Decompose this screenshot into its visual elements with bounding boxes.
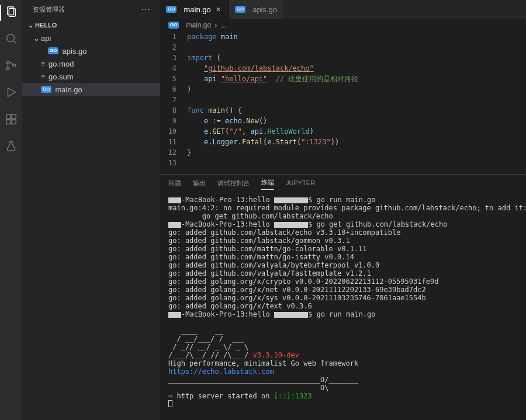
sidebar: 资源管理器 ··· ⌄ HELLO ⌄ api GO apis.go ≡ go.… [22, 0, 160, 420]
main-area: GO main.go × GO apis.go GO main.go › ...… [160, 0, 526, 420]
bottom-panel: 问题 输出 调试控制台 终端 JUPYTER -MacBook-Pro-13:h… [160, 174, 526, 420]
go-file-icon: GO [48, 47, 58, 54]
file-icon: ≡ [41, 60, 45, 68]
project-name: HELLO [35, 22, 57, 29]
svg-rect-0 [8, 7, 14, 15]
svg-rect-10 [12, 120, 16, 124]
file-label: go.mod [49, 60, 74, 68]
tab-main-go[interactable]: GO main.go × [160, 0, 229, 19]
redacted-block [274, 222, 308, 228]
redacted-block [274, 197, 308, 203]
go-file-icon: GO [41, 86, 51, 93]
svg-marker-7 [8, 88, 16, 97]
extensions-icon[interactable] [4, 112, 18, 126]
svg-point-6 [13, 64, 16, 67]
source-control-icon[interactable] [4, 58, 18, 72]
svg-rect-8 [6, 114, 11, 119]
line-gutter: 1 2 3 4 5 6 7 8 9 10 11 12 13 [160, 32, 187, 168]
search-icon[interactable] [4, 32, 18, 46]
svg-point-4 [6, 61, 9, 64]
go-file-icon: GO [235, 6, 245, 13]
svg-rect-11 [12, 114, 16, 119]
breadcrumb[interactable]: GO main.go › ... [160, 19, 526, 32]
tree-file-gomod[interactable]: ≡ go.mod [22, 57, 160, 70]
go-file-icon: GO [168, 22, 179, 29]
more-icon[interactable]: ··· [141, 4, 151, 15]
run-debug-icon[interactable] [4, 85, 18, 99]
go-file-icon: GO [166, 6, 177, 13]
redacted-block [168, 312, 181, 318]
tree-file-gosum[interactable]: ≡ go.sum [22, 70, 160, 83]
file-label: main.go [55, 85, 82, 94]
file-icon: ≡ [41, 72, 45, 81]
tab-apis-go[interactable]: GO apis.go [229, 0, 283, 19]
file-label: go.sum [49, 72, 74, 81]
tree-folder-api[interactable]: ⌄ api [22, 32, 160, 44]
code-editor[interactable]: 1 2 3 4 5 6 7 8 9 10 11 12 13 package ma… [160, 32, 526, 174]
tree-file-apis[interactable]: GO apis.go [22, 44, 160, 57]
activity-bar [0, 0, 22, 420]
explorer-icon[interactable] [4, 5, 18, 19]
sidebar-title: 资源管理器 [33, 5, 65, 14]
chevron-down-icon: ⌄ [26, 22, 35, 29]
chevron-down-icon: ⌄ [32, 34, 41, 43]
svg-line-3 [13, 41, 16, 44]
svg-rect-1 [9, 9, 15, 17]
breadcrumb-file: main.go [186, 21, 211, 29]
file-label: apis.go [62, 47, 86, 55]
svg-point-2 [7, 34, 15, 42]
editor-tabs: GO main.go × GO apis.go [160, 0, 526, 19]
svg-rect-9 [6, 120, 11, 124]
redacted-block [168, 222, 181, 228]
terminal-cursor [168, 400, 172, 407]
breadcrumb-sep: › [214, 21, 217, 29]
panel-tab-output[interactable]: 输出 [193, 179, 206, 190]
tab-label: main.go [184, 5, 210, 14]
tab-label: apis.go [252, 5, 277, 14]
panel-tab-terminal[interactable]: 终端 [261, 178, 274, 190]
code-content[interactable]: package main import ( "github.com/labsta… [187, 32, 526, 168]
activity-indicator [0, 5, 1, 21]
redacted-block [168, 197, 181, 203]
terminal[interactable]: -MacBook-Pro-13:hello $ go run main.go m… [160, 193, 526, 420]
panel-tab-jupyter[interactable]: JUPYTER [286, 179, 315, 189]
testing-icon[interactable] [4, 139, 18, 153]
redacted-block [274, 312, 308, 318]
sidebar-header: 资源管理器 ··· [22, 0, 160, 19]
panel-tab-debug[interactable]: 调试控制台 [217, 179, 250, 190]
svg-point-5 [6, 67, 9, 70]
panel-tabs: 问题 输出 调试控制台 终端 JUPYTER [160, 175, 526, 193]
project-root[interactable]: ⌄ HELLO [22, 19, 160, 32]
breadcrumb-more: ... [220, 21, 226, 29]
folder-label: api [41, 34, 51, 43]
close-icon[interactable]: × [214, 5, 223, 14]
tree-file-main[interactable]: GO main.go [22, 83, 160, 96]
panel-tab-problems[interactable]: 问题 [168, 179, 181, 190]
